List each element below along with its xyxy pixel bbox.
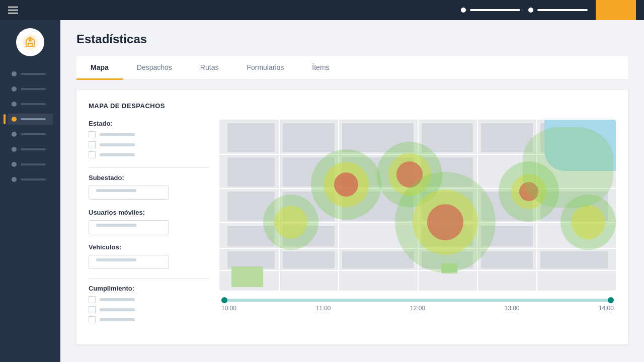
- usuarios-input-content: [96, 224, 136, 227]
- topbar-right: [461, 0, 636, 20]
- heatmap-container: [219, 120, 616, 291]
- sidebar-item-7[interactable]: [8, 159, 53, 170]
- filter-subestado-label: Subestado:: [89, 174, 209, 182]
- sidebar-line-7: [21, 163, 46, 165]
- filter-usuarios: Usuarios móviles:: [89, 209, 209, 234]
- subestado-input[interactable]: [89, 186, 169, 200]
- timeline-label-1: 11:00: [315, 305, 331, 312]
- sidebar-line-8: [21, 178, 46, 180]
- tab-rutas[interactable]: Rutas: [186, 56, 233, 80]
- cumplimiento-check-1[interactable]: [89, 296, 96, 303]
- cumplimiento-checkbox-1: [89, 296, 209, 303]
- vehiculos-input[interactable]: [89, 255, 169, 269]
- sidebar-item-1[interactable]: [8, 68, 53, 79]
- sidebar-line-5: [21, 133, 46, 135]
- filter-cumplimiento-label: Cumplimiento:: [89, 285, 209, 292]
- sidebar-line-2: [21, 88, 46, 90]
- timeline-label-0: 10:00: [221, 305, 236, 312]
- map-visual[interactable]: [219, 120, 616, 291]
- estado-check-1[interactable]: [89, 131, 96, 138]
- timeline-thumb-right[interactable]: [608, 297, 614, 303]
- cumplimiento-checkbox-3: [89, 316, 209, 323]
- cumplimiento-check-label-1: [100, 298, 135, 301]
- sidebar-item-5[interactable]: [8, 129, 53, 140]
- sidebar-line-6: [21, 148, 46, 150]
- main-layout: Estadísticas Mapa Despachos Rutas Formul…: [0, 20, 644, 362]
- filter-estado: Estado:: [89, 120, 209, 158]
- estado-check-3[interactable]: [89, 151, 96, 158]
- timeline-label-2: 12:00: [410, 305, 425, 312]
- blob-red-1: [334, 172, 358, 197]
- filters-panel: Estado:: [89, 120, 209, 332]
- tab-mapa[interactable]: Mapa: [76, 56, 123, 80]
- page-title: Estadísticas: [76, 32, 628, 46]
- estado-checkbox-3: [89, 151, 209, 158]
- slider-track-1[interactable]: [470, 9, 520, 11]
- filter-vehiculos-label: Vehículos:: [89, 243, 209, 251]
- filter-usuarios-label: Usuarios móviles:: [89, 209, 209, 216]
- filter-cumplimiento: Cumplimiento:: [89, 285, 209, 323]
- estado-checkbox-1: [89, 131, 209, 138]
- filter-vehiculos: Vehículos:: [89, 243, 209, 269]
- cumplimiento-check-3[interactable]: [89, 316, 96, 323]
- slider-group-2: [528, 8, 588, 13]
- map-content: Estado:: [89, 120, 616, 332]
- cumplimiento-check-2[interactable]: [89, 306, 96, 313]
- estado-check-label-3: [100, 153, 135, 156]
- timeline-track[interactable]: [221, 299, 614, 302]
- sidebar-dot-4: [12, 117, 17, 122]
- slider-dot-1: [461, 8, 466, 13]
- divider-2: [89, 278, 209, 279]
- estado-check-2[interactable]: [89, 141, 96, 148]
- blob-yellow-6: [274, 206, 307, 239]
- blob-red-3: [427, 204, 463, 240]
- sidebar-dot-8: [12, 177, 17, 182]
- filter-subestado: Subestado:: [89, 174, 209, 200]
- timeline: 10:00 11:00 12:00 13:00 14:00: [219, 291, 616, 314]
- sidebar-line-4: [21, 118, 46, 120]
- sidebar-dot-5: [12, 132, 17, 137]
- sidebar-item-6[interactable]: [8, 144, 53, 155]
- timeline-label-3: 13:00: [504, 305, 519, 312]
- sidebar-item-2[interactable]: [8, 83, 53, 95]
- estado-check-label-1: [100, 133, 135, 136]
- timeline-label-4: 14:00: [599, 305, 614, 312]
- vehiculos-input-content: [96, 258, 136, 261]
- slider-track-2[interactable]: [537, 9, 588, 11]
- sidebar-line-3: [21, 103, 46, 105]
- sidebar-dot-6: [12, 147, 17, 152]
- svg-point-1: [29, 39, 32, 42]
- timeline-labels: 10:00 11:00 12:00 13:00 14:00: [219, 305, 616, 312]
- sidebar-dot-1: [12, 71, 17, 76]
- hamburger-menu[interactable]: [8, 7, 18, 14]
- cumplimiento-checkbox-2: [89, 306, 209, 313]
- blob-green-right: [523, 127, 613, 208]
- usuarios-input[interactable]: [89, 220, 169, 234]
- tab-formularios[interactable]: Formularios: [232, 56, 298, 80]
- topbar: [0, 0, 644, 20]
- slider-dot-2: [528, 8, 533, 13]
- cumplimiento-check-label-3: [100, 318, 135, 321]
- sidebar-item-3[interactable]: [8, 99, 53, 110]
- blob-yellow-5: [571, 205, 605, 239]
- sidebar-dot-7: [12, 162, 17, 167]
- topbar-left: [8, 7, 18, 14]
- slider-group-1: [461, 8, 520, 13]
- sidebar-item-4[interactable]: [8, 114, 53, 125]
- subestado-input-content: [96, 189, 136, 192]
- tab-items[interactable]: Ítems: [298, 56, 343, 80]
- sidebar-item-8[interactable]: [8, 174, 53, 185]
- tabs-container: Mapa Despachos Rutas Formularios Ítems: [76, 56, 628, 80]
- sidebar-logo[interactable]: [16, 28, 44, 56]
- sidebar-line-1: [21, 73, 46, 75]
- orange-action-button[interactable]: [596, 0, 636, 20]
- map-section-title: MAPA DE DESPACHOS: [89, 102, 616, 110]
- divider-1: [89, 167, 209, 168]
- estado-checkbox-2: [89, 141, 209, 148]
- timeline-thumb-left[interactable]: [221, 297, 227, 303]
- filter-estado-label: Estado:: [89, 120, 209, 127]
- map-card: MAPA DE DESPACHOS Estado:: [76, 90, 628, 344]
- tab-despachos[interactable]: Despachos: [123, 56, 186, 80]
- sidebar-dot-3: [12, 102, 17, 107]
- estado-check-label-2: [100, 143, 135, 146]
